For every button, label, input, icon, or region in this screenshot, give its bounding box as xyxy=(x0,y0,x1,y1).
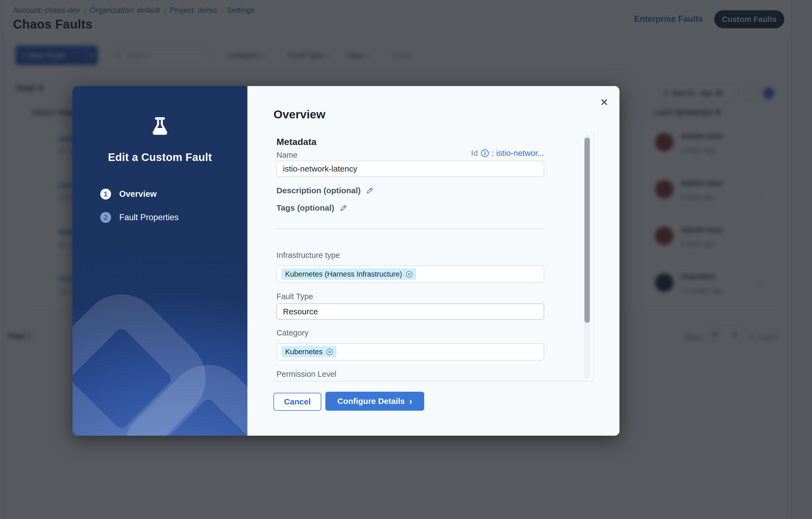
infrastructure-chip: Kubernetes (Harness Infrastructure) xyxy=(281,269,416,280)
cancel-button[interactable]: Cancel xyxy=(273,393,321,411)
tags-label: Tags (optional) xyxy=(277,203,334,213)
edit-pencil-icon[interactable] xyxy=(339,204,347,212)
edit-custom-fault-modal: Edit a Custom Fault 1 Overview 2 Fault P… xyxy=(72,86,619,436)
wizard-title: Edit a Custom Fault xyxy=(72,151,248,163)
infrastructure-type-label: Infrastructure type xyxy=(277,251,340,260)
name-label: Name xyxy=(277,151,297,160)
harness-logo-watermark xyxy=(72,259,248,436)
fault-type-value: Resource xyxy=(277,307,318,316)
app-root: + New Fault ▾ Search Category▾ Fault Typ… xyxy=(0,0,812,519)
fault-id-link[interactable]: : istio-networ... xyxy=(492,149,544,158)
remove-chip-icon[interactable] xyxy=(326,348,333,356)
flask-icon xyxy=(151,117,169,135)
category-label: Category xyxy=(277,329,309,337)
name-input[interactable]: istio-network-latency xyxy=(277,161,544,177)
chevron-right-icon: › xyxy=(409,396,412,406)
wizard-step-overview[interactable]: 1 Overview xyxy=(100,189,157,200)
close-icon[interactable]: ✕ xyxy=(596,94,612,111)
modal-heading: Overview xyxy=(273,108,325,121)
step-number-badge: 1 xyxy=(100,189,111,200)
wizard-panel: Edit a Custom Fault 1 Overview 2 Fault P… xyxy=(72,86,248,436)
category-chip: Kubernetes xyxy=(281,346,337,358)
scrollbar-thumb[interactable] xyxy=(584,138,590,323)
permission-level-label: Permission Level xyxy=(277,370,337,379)
wizard-step-fault-properties[interactable]: 2 Fault Properties xyxy=(100,212,179,223)
section-divider xyxy=(277,228,544,229)
step-label: Fault Properties xyxy=(119,213,179,222)
remove-chip-icon[interactable] xyxy=(405,271,413,278)
category-input[interactable]: Kubernetes xyxy=(277,343,544,361)
edit-pencil-icon[interactable] xyxy=(366,186,374,195)
info-icon[interactable] xyxy=(481,149,489,157)
step-number-badge: 2 xyxy=(100,212,111,223)
step-label: Overview xyxy=(119,189,157,199)
metadata-heading: Metadata xyxy=(277,136,316,147)
name-input-value: istio-network-latency xyxy=(277,164,357,174)
description-label: Description (optional) xyxy=(277,186,361,195)
fault-type-input[interactable]: Resource xyxy=(277,303,544,320)
description-row: Description (optional) xyxy=(277,186,374,195)
configure-details-button[interactable]: Configure Details › xyxy=(325,392,424,411)
fault-id-row: Id : istio-networ... xyxy=(453,149,544,158)
infrastructure-type-input[interactable]: Kubernetes (Harness Infrastructure) xyxy=(277,266,544,283)
tags-row: Tags (optional) xyxy=(277,203,347,213)
fault-type-label: Fault Type xyxy=(277,292,313,301)
id-label: Id xyxy=(471,149,478,158)
